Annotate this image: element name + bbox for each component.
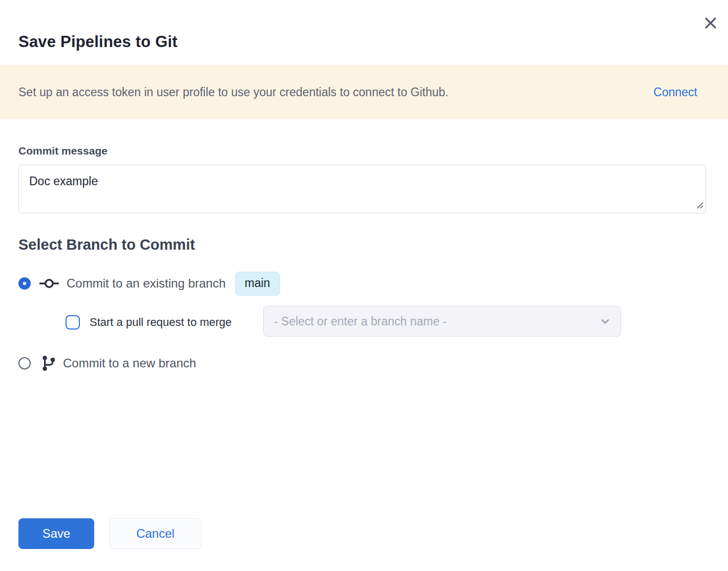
modal-footer: Save Cancel [18, 518, 202, 549]
cancel-button[interactable]: Cancel [109, 518, 202, 549]
current-branch-badge: main [235, 272, 280, 296]
close-icon [703, 16, 718, 30]
git-commit-icon [39, 277, 59, 290]
connect-link[interactable]: Connect [653, 85, 697, 99]
close-button[interactable] [702, 15, 719, 31]
new-branch-option: Commit to a new branch [18, 351, 196, 376]
commit-message-field: Doc example [18, 165, 706, 213]
pull-request-option: Start a pull request to merge [66, 310, 232, 335]
pull-request-label: Start a pull request to merge [90, 316, 232, 329]
save-button[interactable]: Save [18, 518, 94, 549]
merge-branch-placeholder: - Select or enter a branch name - [274, 315, 599, 328]
existing-branch-radio[interactable] [18, 277, 31, 290]
existing-branch-label: Commit to an existing branch [67, 276, 226, 291]
chevron-down-icon [599, 315, 611, 327]
banner-message: Set up an access token in user profile t… [18, 85, 653, 99]
save-pipelines-modal: Save Pipelines to Git Set up an access t… [0, 0, 728, 571]
git-branch-icon [41, 355, 56, 371]
access-token-banner: Set up an access token in user profile t… [0, 65, 728, 119]
commit-message-textarea[interactable]: Doc example [18, 165, 706, 213]
existing-branch-option: Commit to an existing branch main [18, 271, 280, 296]
new-branch-radio[interactable] [18, 357, 31, 369]
page-title: Save Pipelines to Git [18, 33, 178, 51]
commit-message-label: Commit message [18, 145, 108, 157]
merge-branch-dropdown[interactable]: - Select or enter a branch name - [263, 306, 621, 337]
pull-request-checkbox[interactable] [66, 315, 80, 330]
select-branch-heading: Select Branch to Commit [18, 236, 195, 253]
new-branch-label: Commit to a new branch [63, 356, 196, 370]
